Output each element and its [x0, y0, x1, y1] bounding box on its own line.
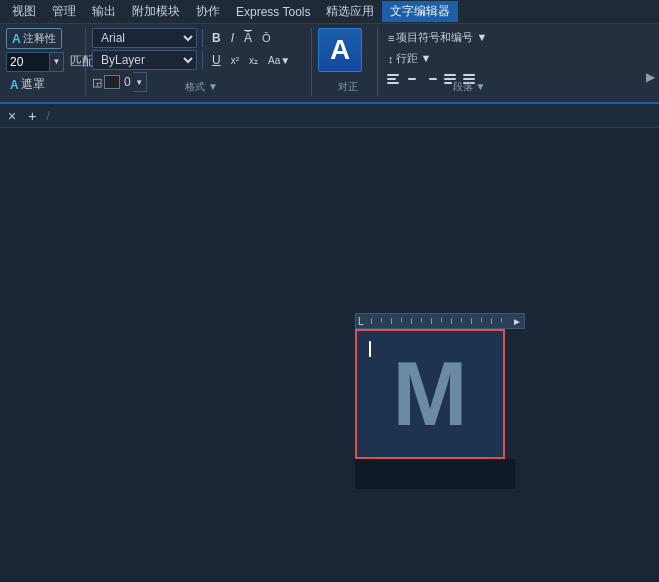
ruler-bar: L ► — [355, 313, 525, 329]
size-dropdown-arrow[interactable]: ▼ — [50, 52, 64, 72]
text-editor-shadow — [355, 459, 515, 489]
ruler-tick — [381, 318, 382, 322]
ruler-tick — [451, 318, 452, 324]
ribbon-row-size: ▼ 匹配 — [6, 51, 98, 72]
text-cursor — [369, 341, 371, 357]
ribbon: A 注释性 ▼ 匹配 A 遮罩 Arial — [0, 24, 659, 104]
overline-button[interactable]: Ā — [240, 29, 256, 47]
menu-item-express[interactable]: Express Tools — [228, 3, 318, 21]
ruler-tick — [411, 318, 412, 324]
mask-label: 遮罩 — [21, 76, 45, 93]
bold-button[interactable]: B — [208, 29, 225, 47]
ruler-tick — [501, 318, 502, 322]
annotation-button[interactable]: A 注释性 — [6, 28, 62, 49]
underline-button[interactable]: U — [208, 51, 225, 69]
canvas-area[interactable]: L ► M — [0, 128, 659, 582]
ruler-tick — [471, 318, 472, 324]
ribbon-group-align: A 对正 — [318, 28, 378, 96]
ruler-l-label: L — [358, 316, 364, 327]
mask-icon: A — [10, 78, 19, 92]
superscript-button[interactable]: x² — [227, 53, 243, 68]
close-editor-button[interactable]: × — [4, 106, 20, 126]
line-spacing-button[interactable]: ↕ 行距 ▼ — [384, 49, 435, 68]
format-row1: Arial B I Ā Ō — [92, 28, 275, 48]
ruler-tick — [371, 318, 372, 324]
linespacing-label: 行距 ▼ — [396, 51, 432, 66]
ribbon-group-paragraph: ≡ 项目符号和编号 ▼ ↕ 行距 ▼ — [384, 28, 554, 96]
layer-select[interactable]: ByLayer — [92, 50, 197, 70]
ruler-tick — [431, 318, 432, 324]
path-separator: / — [46, 109, 49, 123]
linespacing-icon: ↕ — [388, 53, 394, 65]
text-box[interactable]: M — [355, 329, 505, 459]
bullets-label: 项目符号和编号 ▼ — [396, 30, 487, 45]
ruler-tick — [461, 318, 462, 322]
menu-item-featured[interactable]: 精选应用 — [318, 1, 382, 22]
ruler-tick — [491, 318, 492, 324]
ruler-tick — [401, 318, 402, 322]
sep1 — [202, 29, 203, 47]
ruler-right-arrow[interactable]: ► — [512, 316, 522, 327]
ruler-tick — [481, 318, 482, 322]
ribbon-group-annotation: A 注释性 ▼ 匹配 A 遮罩 — [6, 28, 86, 96]
size-combo: ▼ — [6, 52, 64, 72]
ribbon-group-format: Arial B I Ā Ō ByLayer U x² x₂ Aa▼ ◲ — [92, 28, 312, 96]
ruler-tick — [391, 318, 392, 324]
strikethrough-button[interactable]: Ō — [258, 30, 275, 46]
ruler-tick — [421, 318, 422, 322]
align-group-label: 对正 — [318, 80, 377, 94]
menu-item-manage[interactable]: 管理 — [44, 1, 84, 22]
bullets-numbering-button[interactable]: ≡ 项目符号和编号 ▼ — [384, 28, 491, 47]
menu-item-output[interactable]: 输出 — [84, 1, 124, 22]
format-group-label: 格式 ▼ — [92, 80, 311, 94]
font-combo: Arial — [92, 28, 197, 48]
large-a-button[interactable]: A — [318, 28, 362, 72]
menu-item-collab[interactable]: 协作 — [188, 1, 228, 22]
menu-item-addons[interactable]: 附加模块 — [124, 1, 188, 22]
text-editor-container: L ► M — [355, 313, 525, 489]
ruler-marks — [366, 314, 513, 328]
case-button[interactable]: Aa▼ — [264, 53, 294, 68]
ribbon-expand-arrow[interactable]: ▶ — [646, 70, 655, 84]
font-select[interactable]: Arial — [92, 28, 197, 48]
font-size-input[interactable] — [6, 52, 50, 72]
bullets-icon: ≡ — [388, 32, 394, 44]
subscript-button[interactable]: x₂ — [245, 53, 262, 68]
italic-button[interactable]: I — [227, 29, 238, 47]
mask-button[interactable]: A 遮罩 — [6, 74, 49, 95]
add-tab-button[interactable]: + — [24, 106, 40, 126]
para-row2: ↕ 行距 ▼ — [384, 49, 435, 68]
para-row1: ≡ 项目符号和编号 ▼ — [384, 28, 491, 47]
text-letter: M — [393, 343, 468, 446]
format-row2: ByLayer U x² x₂ Aa▼ — [92, 50, 294, 70]
para-group-label: 段落 ▼ — [384, 80, 554, 94]
sep2 — [202, 51, 203, 69]
ribbon-row-mask: A 遮罩 — [6, 74, 49, 95]
ruler-tick — [441, 318, 442, 322]
annotation-icon: A — [12, 32, 21, 46]
menu-item-texteditor[interactable]: 文字编辑器 — [382, 1, 458, 22]
toolbar-strip: × + / — [0, 104, 659, 128]
layer-combo: ByLayer — [92, 50, 197, 70]
menu-item-view[interactable]: 视图 — [4, 1, 44, 22]
menu-bar: 视图 管理 输出 附加模块 协作 Express Tools 精选应用 文字编辑… — [0, 0, 659, 24]
annotation-label: 注释性 — [23, 31, 56, 46]
ribbon-row-annotation: A 注释性 — [6, 28, 62, 49]
